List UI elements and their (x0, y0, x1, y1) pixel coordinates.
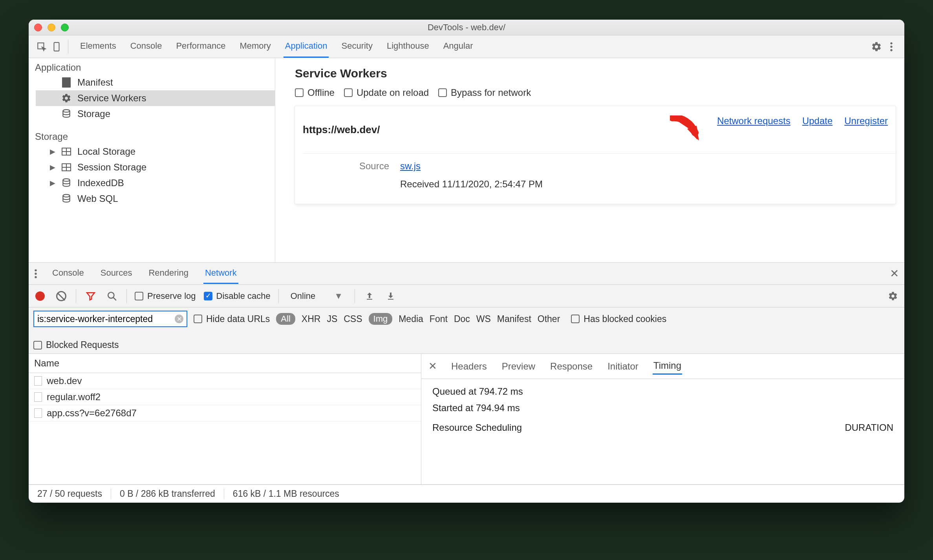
update-link[interactable]: Update (802, 115, 832, 144)
settings-gear-icon[interactable] (869, 39, 884, 54)
tab-performance[interactable]: Performance (174, 35, 227, 58)
detail-tab-timing[interactable]: Timing (653, 358, 682, 375)
drawer-tab-network[interactable]: Network (203, 263, 238, 284)
filter-icon[interactable] (84, 291, 97, 301)
detail-tab-headers[interactable]: Headers (450, 359, 488, 374)
offline-checkbox[interactable]: Offline (295, 87, 335, 98)
upload-icon[interactable] (363, 291, 376, 301)
filter-type-js[interactable]: JS (327, 314, 337, 324)
sidebar-item-label: Service Workers (77, 93, 146, 104)
more-menu-icon[interactable] (884, 39, 899, 54)
unregister-link[interactable]: Unregister (844, 115, 888, 144)
filter-type-all[interactable]: All (276, 313, 295, 325)
devtools-window: DevTools - web.dev/ Elements Console Per… (29, 20, 904, 503)
status-requests: 27 / 50 requests (29, 489, 111, 499)
drawer-more-icon[interactable] (34, 269, 37, 279)
filter-type-doc[interactable]: Doc (454, 314, 470, 324)
service-workers-panel: Service Workers Offline Update on reload… (275, 58, 904, 262)
detail-tab-initiator[interactable]: Initiator (607, 359, 639, 374)
bypass-for-network-checkbox[interactable]: Bypass for network (438, 87, 531, 98)
detail-tab-response[interactable]: Response (549, 359, 593, 374)
main-tabs: Elements Console Performance Memory Appl… (79, 35, 474, 58)
sidebar-item-label: Web SQL (77, 193, 118, 204)
filter-type-manifest[interactable]: Manifest (497, 314, 531, 324)
panel-title: Service Workers (295, 67, 896, 80)
network-status-bar: 27 / 50 requests 0 B / 286 kB transferre… (29, 485, 904, 503)
sidebar-item-storage[interactable]: Storage (36, 106, 275, 122)
tab-lighthouse[interactable]: Lighthouse (385, 35, 431, 58)
source-label: Source (350, 161, 389, 172)
drawer-tab-console[interactable]: Console (51, 263, 86, 284)
disable-cache-checkbox[interactable]: Disable cache (204, 291, 271, 301)
svg-rect-5 (62, 77, 71, 88)
sidebar-item-label: Storage (77, 108, 110, 119)
filter-type-ws[interactable]: WS (476, 314, 491, 324)
hide-data-urls-checkbox[interactable]: Hide data URLs (194, 314, 270, 324)
expand-triangle-icon[interactable]: ▶ (50, 163, 55, 172)
blocked-requests-checkbox[interactable]: Blocked Requests (33, 340, 119, 350)
drawer-close-icon[interactable]: ✕ (890, 267, 899, 280)
tab-console[interactable]: Console (129, 35, 164, 58)
sidebar-item-local-storage[interactable]: ▶ Local Storage (36, 144, 275, 159)
has-blocked-cookies-checkbox[interactable]: Has blocked cookies (571, 314, 666, 324)
expand-triangle-icon[interactable]: ▶ (50, 179, 55, 187)
clear-button[interactable] (55, 291, 68, 301)
filter-type-xhr[interactable]: XHR (302, 314, 321, 324)
tab-angular[interactable]: Angular (442, 35, 475, 58)
filter-type-css[interactable]: CSS (344, 314, 362, 324)
filter-type-font[interactable]: Font (430, 314, 448, 324)
detail-tab-preview[interactable]: Preview (501, 359, 536, 374)
sidebar-item-service-workers[interactable]: Service Workers (36, 90, 275, 106)
drawer-tab-rendering[interactable]: Rendering (147, 263, 190, 284)
application-sidebar[interactable]: Application Manifest Service Workers Sto… (29, 58, 275, 262)
manifest-icon (61, 77, 72, 88)
filter-input[interactable]: ✕ (33, 311, 187, 327)
request-row[interactable]: web.dev (29, 373, 421, 389)
sidebar-section-storage: Storage (29, 127, 275, 144)
svg-point-14 (63, 194, 70, 197)
svg-point-16 (35, 273, 37, 275)
table-icon (61, 148, 72, 156)
tab-application[interactable]: Application (284, 35, 329, 58)
filter-type-img[interactable]: Img (369, 313, 393, 325)
network-settings-icon[interactable] (886, 291, 900, 301)
preserve-log-checkbox[interactable]: Preserve log (135, 291, 196, 301)
tab-elements[interactable]: Elements (79, 35, 118, 58)
record-button[interactable] (33, 291, 47, 301)
expand-triangle-icon[interactable]: ▶ (50, 147, 55, 156)
throttling-select[interactable]: Online▼ (287, 289, 347, 303)
file-icon (34, 376, 42, 386)
drawer-tabs: Console Sources Rendering Network ✕ (29, 263, 904, 285)
svg-point-6 (63, 110, 70, 112)
search-icon[interactable] (105, 291, 119, 301)
request-list[interactable]: Name web.dev regular.woff2 app.css?v=6e2… (29, 354, 421, 484)
sidebar-item-indexeddb[interactable]: ▶ IndexedDB (36, 175, 275, 191)
network-toolbar: Preserve log Disable cache Online▼ (29, 285, 904, 307)
svg-point-18 (108, 292, 114, 298)
drawer: Console Sources Rendering Network ✕ Pres… (29, 262, 904, 503)
window-title: DevTools - web.dev/ (29, 22, 904, 33)
download-icon[interactable] (384, 291, 397, 301)
device-toolbar-icon[interactable] (49, 39, 64, 54)
tab-security[interactable]: Security (340, 35, 374, 58)
close-details-icon[interactable]: ✕ (428, 360, 437, 372)
sidebar-item-session-storage[interactable]: ▶ Session Storage (36, 159, 275, 175)
request-row[interactable]: regular.woff2 (29, 389, 421, 405)
filter-type-other[interactable]: Other (538, 314, 560, 324)
column-name[interactable]: Name (29, 354, 421, 373)
sidebar-item-websql[interactable]: Web SQL (36, 191, 275, 207)
network-requests-link[interactable]: Network requests (717, 115, 790, 144)
drawer-tab-sources[interactable]: Sources (99, 263, 134, 284)
update-on-reload-checkbox[interactable]: Update on reload (344, 87, 429, 98)
inspect-element-icon[interactable] (34, 39, 49, 54)
sidebar-item-manifest[interactable]: Manifest (36, 75, 275, 90)
filter-text-input[interactable] (37, 314, 172, 324)
request-row[interactable]: app.css?v=6e2768d7 (29, 405, 421, 421)
filter-type-media[interactable]: Media (399, 314, 423, 324)
clear-filter-icon[interactable]: ✕ (175, 315, 183, 323)
timing-started: Started at 794.94 ms (432, 403, 893, 414)
main-tabbar: Elements Console Performance Memory Appl… (29, 35, 904, 58)
resource-scheduling-label: Resource Scheduling (432, 422, 522, 433)
tab-memory[interactable]: Memory (238, 35, 272, 58)
source-file-link[interactable]: sw.js (400, 161, 421, 171)
